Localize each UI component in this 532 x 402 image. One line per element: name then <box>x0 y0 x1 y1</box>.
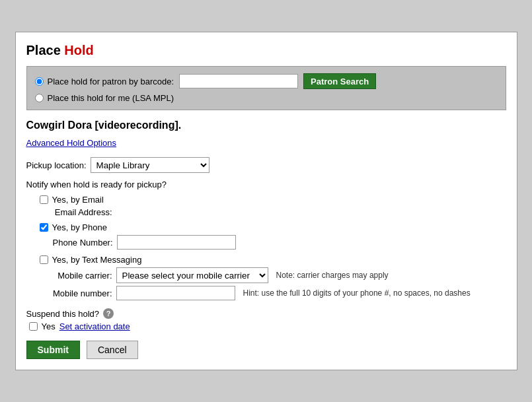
email-address-label: Email Address: <box>53 207 112 217</box>
patron-barcode-row: Place hold for patron by barcode: Patron… <box>35 73 498 89</box>
text-option-label[interactable]: Yes, by Text Messaging <box>52 255 142 265</box>
page-title: Place Hold <box>26 43 506 58</box>
self-option-label[interactable]: Place this hold for me (LSA MPL) <box>35 93 174 103</box>
suspend-label-row: Suspend this hold? ? <box>26 308 506 319</box>
phone-number-row: Phone Number: <box>53 235 506 250</box>
notify-label: Notify when hold is ready for pickup? <box>26 180 506 189</box>
pickup-location-label: Pickup location: <box>26 160 87 170</box>
item-title: Cowgirl Dora [videorecording]. <box>26 119 506 131</box>
text-checkbox[interactable] <box>40 255 48 264</box>
phone-checkbox[interactable] <box>40 223 48 232</box>
barcode-option-label[interactable]: Place hold for patron by barcode: <box>35 77 174 86</box>
suspend-yes-label[interactable]: Yes <box>42 321 56 331</box>
advanced-hold-options-link[interactable]: Advanced Hold Options <box>26 138 117 148</box>
phone-option-row: Yes, by Phone <box>40 222 506 232</box>
text-option: Yes, by Text Messaging Mobile carrier: P… <box>40 255 506 300</box>
carrier-row: Mobile carrier: Please select your mobil… <box>53 267 506 283</box>
phone-option: Yes, by Phone Phone Number: <box>40 222 506 250</box>
phone-number-input[interactable] <box>117 235 236 250</box>
self-radio[interactable] <box>35 94 44 102</box>
submit-button[interactable]: Submit <box>26 341 80 359</box>
email-address-row: Email Address: <box>53 207 506 217</box>
suspend-section: Suspend this hold? ? Yes Set activation … <box>26 308 506 331</box>
pickup-location-row: Pickup location: Maple Library Other Lib… <box>26 157 506 173</box>
pickup-location-select[interactable]: Maple Library Other Library <box>91 157 209 173</box>
barcode-input[interactable] <box>179 74 298 88</box>
email-option-label[interactable]: Yes, by Email <box>52 195 104 205</box>
patron-self-row: Place this hold for me (LSA MPL) <box>35 93 498 103</box>
suspend-checkbox[interactable] <box>29 322 38 331</box>
phone-number-label: Phone Number: <box>53 238 113 248</box>
mobile-number-hint: Hint: use the full 10 digits of your pho… <box>243 288 471 298</box>
email-option-row: Yes, by Email <box>40 195 506 205</box>
button-row: Submit Cancel <box>26 341 506 359</box>
phone-option-label[interactable]: Yes, by Phone <box>52 222 107 232</box>
notify-options: Yes, by Email Email Address: Yes, by Pho… <box>40 195 506 300</box>
text-option-row: Yes, by Text Messaging <box>40 255 506 265</box>
patron-search-button[interactable]: Patron Search <box>303 73 376 89</box>
carrier-label: Mobile carrier: <box>53 271 112 281</box>
set-activation-date-link[interactable]: Set activation date <box>59 321 130 331</box>
main-container: Place Hold Place hold for patron by barc… <box>15 32 517 370</box>
barcode-radio[interactable] <box>35 77 44 86</box>
suspend-help-icon[interactable]: ? <box>103 308 114 319</box>
mobile-number-label: Mobile number: <box>53 288 112 298</box>
carrier-note: Note: carrier charges may apply <box>276 271 389 280</box>
email-option: Yes, by Email Email Address: <box>40 195 506 217</box>
suspend-option-row: Yes Set activation date <box>29 321 506 331</box>
mobile-number-row: Mobile number: Hint: use the full 10 dig… <box>53 286 506 300</box>
patron-box: Place hold for patron by barcode: Patron… <box>26 66 506 110</box>
email-checkbox[interactable] <box>40 195 48 204</box>
carrier-select[interactable]: Please select your mobile carrier <box>116 267 268 283</box>
mobile-number-input[interactable] <box>116 286 235 300</box>
cancel-button[interactable]: Cancel <box>87 341 138 359</box>
